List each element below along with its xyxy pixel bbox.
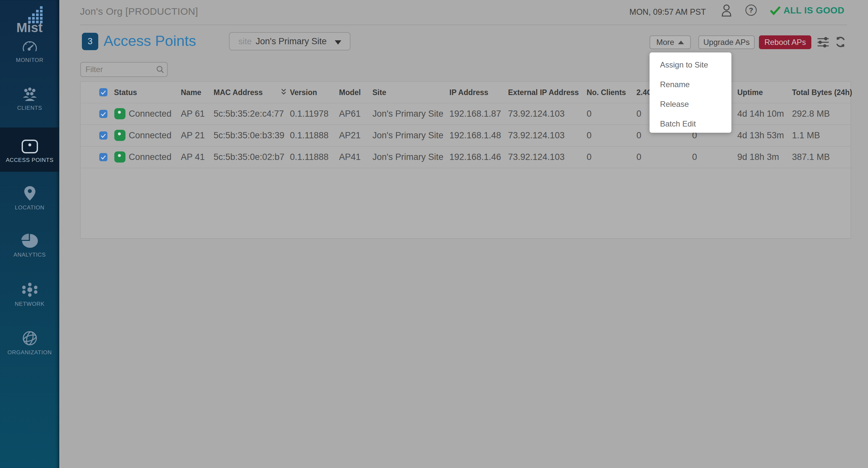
sidebar-item-analytics[interactable]: ANALYTICS <box>0 233 59 258</box>
cell-version: 0.1.11978 <box>290 109 329 119</box>
col-header-no-clients[interactable]: No. Clients <box>587 88 626 97</box>
cell-total-bytes: 292.8 MB <box>792 109 830 119</box>
col-header-total-bytes[interactable]: Total Bytes (24h) <box>792 88 852 97</box>
clock-text: MON, 09:57 AM PST <box>624 7 706 17</box>
cell-no-clients: 0 <box>587 152 592 162</box>
clients-icon <box>21 87 39 101</box>
cell-mac: 5c:5b:35:2e:c4:77 <box>214 109 284 119</box>
col-header-version[interactable]: Version <box>290 88 317 97</box>
sidebar-item-label: CLIENTS <box>0 105 59 111</box>
cell-version: 0.1.11888 <box>290 152 329 162</box>
cell-no-clients: 0 <box>587 109 592 119</box>
location-pin-icon <box>23 185 36 201</box>
refresh-icon[interactable] <box>835 36 846 48</box>
sidebar-item-location[interactable]: LOCATION <box>0 185 59 211</box>
sidebar: Mist MONITOR CLIENTS <box>0 0 59 468</box>
cell-24g: 0 <box>637 152 641 162</box>
menu-item-release[interactable]: Release <box>650 94 732 114</box>
col-header-mac[interactable]: MAC Address <box>214 88 263 97</box>
menu-item-batch-edit[interactable]: Batch Edit <box>650 114 732 134</box>
cell-name[interactable]: AP 21 <box>181 130 205 141</box>
cell-status: Connected <box>129 109 172 119</box>
col-header-ext-ip[interactable]: External IP Address <box>508 88 579 97</box>
help-icon[interactable]: ? <box>745 5 756 16</box>
sidebar-item-label: ACCESS POINTS <box>0 157 59 164</box>
cell-ext-ip: 73.92.124.103 <box>508 109 565 119</box>
sidebar-item-organization[interactable]: ORGANIZATION <box>0 330 59 356</box>
row-checkbox[interactable] <box>99 153 107 161</box>
ap-count-badge: 3 <box>82 33 98 50</box>
table-header-row: Status Name MAC Address Version Model Si… <box>81 82 850 103</box>
more-button[interactable]: More <box>650 35 691 49</box>
row-checkbox[interactable] <box>99 110 107 118</box>
sidebar-item-access-points[interactable]: ACCESS POINTS <box>0 127 59 172</box>
ap-status-icon <box>114 108 125 119</box>
reboot-aps-button[interactable]: Reboot APs <box>759 35 811 49</box>
chevron-up-icon <box>678 41 684 44</box>
table-row[interactable]: Connected AP 21 5c:5b:35:0e:b3:39 0.1.11… <box>81 125 850 146</box>
sort-descending-icon[interactable] <box>281 88 287 96</box>
cell-ext-ip: 73.92.124.103 <box>508 130 565 141</box>
cell-5g: 0 <box>692 152 697 162</box>
col-header-status[interactable]: Status <box>114 88 137 97</box>
cell-ip: 192.168.1.87 <box>450 109 501 119</box>
menu-item-rename[interactable]: Rename <box>650 75 732 94</box>
cell-name[interactable]: AP 41 <box>181 152 205 162</box>
col-header-name[interactable]: Name <box>181 88 202 97</box>
more-dropdown-menu: Assign to Site Rename Release Batch Edit <box>650 53 732 133</box>
cell-ip: 192.168.1.48 <box>450 130 501 141</box>
cell-ip: 192.168.1.46 <box>450 152 501 162</box>
upgrade-aps-label: Upgrade APs <box>703 38 749 47</box>
sidebar-item-label: ANALYTICS <box>0 252 59 258</box>
cell-24g: 0 <box>637 130 641 141</box>
cell-model: AP41 <box>339 152 361 162</box>
table-row[interactable]: Connected AP 41 5c:5b:35:0e:02:b7 0.1.11… <box>81 146 850 168</box>
sidebar-item-label: NETWORK <box>0 301 59 308</box>
gauge-icon <box>22 39 38 54</box>
logo-text: Mist <box>17 20 42 34</box>
cell-uptime: 4d 13h 53m <box>737 130 784 141</box>
globe-icon <box>21 330 38 346</box>
row-checkbox[interactable] <box>99 131 107 140</box>
upgrade-aps-button[interactable]: Upgrade APs <box>698 35 755 49</box>
select-all-checkbox[interactable] <box>99 88 107 96</box>
cell-model: AP21 <box>339 130 361 141</box>
site-selector-label: site <box>239 36 252 47</box>
sidebar-item-network[interactable]: NETWORK <box>0 282 59 308</box>
status-badge[interactable]: ALL IS GOOD <box>770 5 844 16</box>
mist-logo[interactable]: Mist <box>0 5 59 34</box>
sidebar-item-label: MONITOR <box>0 57 59 64</box>
page-title: Access Points <box>103 32 196 50</box>
col-header-site[interactable]: Site <box>372 88 386 97</box>
pie-chart-icon <box>21 233 38 248</box>
chevron-down-icon <box>335 40 341 45</box>
cell-site: Jon's Primary Site <box>372 152 443 162</box>
cell-version: 0.1.11888 <box>290 130 329 141</box>
sidebar-item-label: ORGANIZATION <box>0 349 59 356</box>
col-header-ip[interactable]: IP Address <box>450 88 488 97</box>
user-icon[interactable] <box>721 4 732 17</box>
menu-item-assign-to-site[interactable]: Assign to Site <box>650 55 732 75</box>
access-point-icon <box>21 139 38 154</box>
org-title: Jon's Org [PRODUCTION] <box>80 6 198 17</box>
sidebar-item-clients[interactable]: CLIENTS <box>0 87 59 111</box>
table-row[interactable]: Connected AP 61 5c:5b:35:2e:c4:77 0.1.11… <box>81 103 850 125</box>
cell-uptime: 4d 14h 10m <box>737 109 784 119</box>
cell-status: Connected <box>129 152 172 162</box>
table-settings-icon[interactable] <box>817 36 829 49</box>
site-selector[interactable]: site Jon's Primary Site <box>229 32 350 51</box>
cell-name[interactable]: AP 61 <box>181 109 205 119</box>
cell-total-bytes: 1.1 MB <box>792 130 820 141</box>
col-header-uptime[interactable]: Uptime <box>737 88 763 97</box>
filter-input[interactable] <box>80 62 168 77</box>
cell-mac: 5c:5b:35:0e:b3:39 <box>214 130 284 141</box>
cell-24g: 0 <box>637 109 641 119</box>
sidebar-item-monitor[interactable]: MONITOR <box>0 39 59 64</box>
cell-no-clients: 0 <box>587 130 592 141</box>
site-selector-value: Jon's Primary Site <box>255 36 327 47</box>
filter-field-wrap <box>80 62 168 77</box>
cell-site: Jon's Primary Site <box>372 109 443 119</box>
header-divider <box>80 25 847 25</box>
col-header-model[interactable]: Model <box>339 88 361 97</box>
network-nodes-icon <box>21 282 38 298</box>
